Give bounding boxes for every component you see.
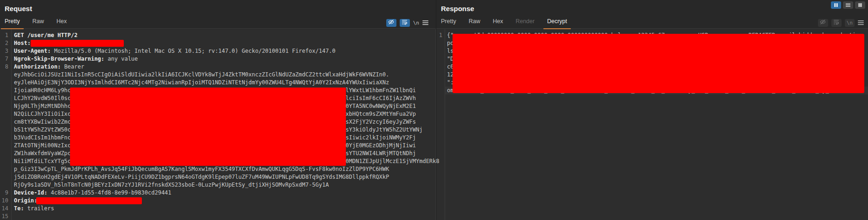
window-controls (831, 1, 865, 9)
code-row: 8Authorization: Bearer (0, 63, 435, 71)
code-row: eyJhbGciOiJSUzI1NiIsInR5cCIgOiAiSldUIiwi… (0, 71, 435, 79)
code-row: p_Giz3I3wCpTL_PkmJdPrKPLh_AvsJq54FiJbQec… (0, 165, 435, 173)
newline-toggle[interactable]: \n (413, 20, 419, 26)
response-panel: Response PrettyRawHexRenderDecrypt (436, 0, 868, 220)
response-tabs: PrettyRawHexRenderDecrypt (437, 17, 576, 29)
line-number: 1 (0, 31, 11, 39)
line-number: 15 (0, 213, 11, 220)
tab-pretty[interactable]: Pretty (1, 17, 24, 29)
line-number: 3 (0, 47, 11, 55)
response-toolbar: \n (818, 19, 864, 27)
hide-nonprintable-button[interactable] (386, 19, 396, 27)
line-number: 10 (0, 197, 11, 205)
stop-button[interactable] (855, 1, 865, 9)
hamburger-menu-icon[interactable] (422, 20, 428, 25)
hamburger-menu-icon[interactable] (858, 20, 864, 25)
tab-render: Render (512, 17, 538, 29)
code-row: 14Te: trailers (0, 205, 435, 213)
stacked-rows-button[interactable] (843, 1, 853, 9)
tab-decrypt[interactable]: Decrypt (543, 17, 571, 29)
word-wrap-icon (402, 19, 408, 27)
code-row: 1GET /user/me HTTP/2 (0, 31, 435, 39)
word-wrap-button[interactable] (400, 19, 410, 27)
code-row: 7Ngrok-Skip-Browser-Warning: any value (0, 55, 435, 63)
redaction-box-host (31, 40, 124, 47)
code-row: j5diZOBRoH2gdEj4V1OPLtqNADdFEXeLv-PiijCU… (0, 173, 435, 181)
tab-raw[interactable]: Raw (29, 17, 48, 29)
request-title: Request (5, 5, 32, 13)
eye-slash-icon (820, 19, 826, 27)
tab-hex[interactable]: Hex (489, 17, 507, 29)
tab-raw[interactable]: Raw (465, 17, 484, 29)
line-number: 2 (0, 39, 11, 47)
tab-hex[interactable]: Hex (53, 17, 70, 29)
redaction-box-body (453, 34, 864, 93)
line-number: 7 (0, 55, 11, 63)
pause-button[interactable] (831, 1, 841, 9)
request-panel: Request PrettyRawHex (0, 0, 436, 220)
request-tab-row: PrettyRawHex (0, 17, 436, 29)
response-tab-row: PrettyRawHexRenderDecrypt (436, 17, 868, 29)
code-row: 3User-Agent: Mozilla/5.0 (Macintosh; Int… (0, 47, 435, 55)
request-toolbar: \n (386, 19, 428, 27)
stop-square-icon (858, 1, 862, 9)
redaction-box-origin (36, 197, 142, 204)
stacked-rows-icon (845, 1, 851, 9)
tab-pretty[interactable]: Pretty (437, 17, 460, 29)
response-title: Response (441, 5, 474, 13)
line-number: 9 (0, 189, 11, 197)
eye-slash-icon (388, 19, 394, 27)
gutter-divider (11, 29, 12, 220)
code-row: RjOy9s1aSDV_hSlnT8nTcN0jBEYzIxDN7zYJ1RVi… (0, 181, 435, 189)
word-wrap-button[interactable] (831, 19, 842, 27)
request-tabs: PrettyRawHex (1, 17, 76, 29)
line-number: 8 (0, 63, 11, 71)
newline-toggle[interactable]: \n (845, 19, 855, 27)
hide-nonprintable-button[interactable] (818, 19, 828, 27)
code-row: 15 (0, 213, 435, 220)
code-row: 9Device-Id: 4c88e1b7-1d55-4fd8-8e99-b983… (0, 189, 435, 197)
pause-icon (834, 1, 838, 9)
code-row: eyJleHAiOjE3NjY3ODI3NjYsImlhdCI6MTc2Njc4… (0, 79, 435, 87)
redaction-box-jwt (70, 88, 346, 166)
line-number: 1 (436, 31, 445, 39)
line-number: 14 (0, 205, 11, 213)
gutter-divider (445, 29, 445, 220)
word-wrap-icon (833, 19, 839, 27)
